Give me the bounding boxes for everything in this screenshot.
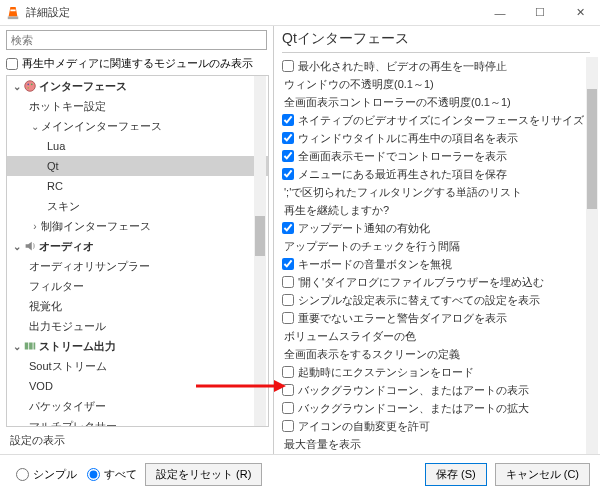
option-label: ボリュームスライダーの色 xyxy=(282,327,584,345)
tree-item[interactable]: ›制御インターフェース xyxy=(7,216,268,236)
search-input[interactable] xyxy=(6,30,267,50)
chevron-icon: ⌄ xyxy=(11,241,23,252)
tree-item[interactable]: Soutストリーム xyxy=(7,356,268,376)
option-checkbox[interactable]: シンプルな設定表示に替えてすべての設定を表示 xyxy=(282,291,584,309)
option-label: ';'で区切られたフィルタリングする単語のリスト xyxy=(282,183,584,201)
module-only-checkbox[interactable]: 再生中メディアに関連するモジュールのみ表示 xyxy=(6,56,267,71)
chevron-icon: ⌄ xyxy=(11,81,23,92)
option-checkbox[interactable]: 最小化された時、ビデオの再生を一時停止 xyxy=(282,57,584,75)
palette-icon xyxy=(23,79,39,93)
window-title: 詳細設定 xyxy=(26,5,480,20)
tree-item[interactable]: スキン xyxy=(7,196,268,216)
tree-item[interactable]: ⌄オーディオ xyxy=(7,236,268,256)
option-checkbox[interactable]: バックグラウンドコーン、またはアートの表示 xyxy=(282,381,584,399)
tree-item[interactable]: 視覚化 xyxy=(7,296,268,316)
option-checkbox[interactable]: ウィンドウタイトルに再生中の項目名を表示 xyxy=(282,129,584,147)
svg-point-5 xyxy=(27,87,29,89)
tree-item[interactable]: ⌄インターフェース xyxy=(7,76,268,96)
tree-item[interactable]: フィルター xyxy=(7,276,268,296)
option-checkbox[interactable]: 重要でないエラーと警告ダイアログを表示 xyxy=(282,309,584,327)
option-checkbox[interactable]: 全画面表示モードでコントローラーを表示 xyxy=(282,147,584,165)
panel-title: Qtインターフェース xyxy=(282,30,600,48)
option-label: 最大音量を表示 xyxy=(282,435,584,453)
reset-button[interactable]: 設定をリセット (R) xyxy=(145,463,262,486)
app-icon xyxy=(6,6,20,20)
chevron-icon: ⌄ xyxy=(29,121,41,132)
tree-scrollbar[interactable] xyxy=(254,76,266,426)
tree-item[interactable]: マルチプレクサー xyxy=(7,416,268,426)
option-label: 全画面表示コントローラーのマウス感度 xyxy=(282,453,584,454)
option-checkbox[interactable]: アップデート通知の有効化 xyxy=(282,219,584,237)
svg-point-4 xyxy=(31,83,33,85)
svg-rect-8 xyxy=(34,343,36,350)
svg-rect-6 xyxy=(25,343,29,350)
tree-item[interactable]: VOD xyxy=(7,376,268,396)
option-checkbox[interactable]: ネイティブのビデオサイズにインターフェースをリサイズ xyxy=(282,111,584,129)
simple-radio[interactable] xyxy=(16,468,29,481)
option-checkbox[interactable]: アイコンの自動変更を許可 xyxy=(282,417,584,435)
chevron-icon: ⌄ xyxy=(11,341,23,352)
tree-item[interactable]: パケッタイザー xyxy=(7,396,268,416)
option-label: 全画面表示をするスクリーンの定義 xyxy=(282,345,584,363)
maximize-button[interactable]: ☐ xyxy=(520,0,560,26)
tree-item[interactable]: 出力モジュール xyxy=(7,316,268,336)
option-checkbox[interactable]: メニューにある最近再生された項目を保存 xyxy=(282,165,584,183)
option-checkbox[interactable]: キーボードの音量ボタンを無視 xyxy=(282,255,584,273)
cancel-button[interactable]: キャンセル (C) xyxy=(495,463,590,486)
chevron-icon: › xyxy=(29,221,41,232)
tree-item[interactable]: ⌄メインインターフェース xyxy=(7,116,268,136)
option-label: 再生を継続しますか? xyxy=(282,201,584,219)
svg-point-2 xyxy=(25,81,36,92)
tree-item[interactable]: Qt xyxy=(7,156,268,176)
tree-item[interactable]: ホットキー設定 xyxy=(7,96,268,116)
minimize-button[interactable]: — xyxy=(480,0,520,26)
view-mode-radios[interactable]: シンプル すべて xyxy=(10,467,137,482)
tree-item[interactable]: Lua xyxy=(7,136,268,156)
svg-point-3 xyxy=(27,83,29,85)
stream-icon xyxy=(23,339,39,353)
all-radio[interactable] xyxy=(87,468,100,481)
tree-item[interactable]: オーディオリサンプラー xyxy=(7,256,268,276)
option-checkbox[interactable]: 起動時にエクステンションをロード xyxy=(282,363,584,381)
tree-item[interactable]: ⌄ストリーム出力 xyxy=(7,336,268,356)
option-checkbox[interactable]: '開く'ダイアログにファイルブラウザーを埋め込む xyxy=(282,273,584,291)
category-tree[interactable]: ⌄インターフェースホットキー設定⌄メインインターフェースLuaQtRCスキン›制… xyxy=(6,75,269,427)
close-button[interactable]: ✕ xyxy=(560,0,600,26)
svg-rect-0 xyxy=(8,16,19,19)
audio-icon xyxy=(23,239,39,253)
options-scrollbar[interactable] xyxy=(586,57,598,454)
tree-item[interactable]: RC xyxy=(7,176,268,196)
option-label: アップデートのチェックを行う間隔 xyxy=(282,237,584,255)
svg-rect-1 xyxy=(10,9,15,11)
option-label: 全画面表示コントローラーの不透明度(0.1～1) xyxy=(282,93,584,111)
option-checkbox[interactable]: バックグラウンドコーン、またはアートの拡大 xyxy=(282,399,584,417)
save-button[interactable]: 保存 (S) xyxy=(425,463,487,486)
settings-show-label: 設定の表示 xyxy=(10,433,273,448)
svg-rect-7 xyxy=(29,343,33,350)
option-label: ウィンドウの不透明度(0.1～1) xyxy=(282,75,584,93)
